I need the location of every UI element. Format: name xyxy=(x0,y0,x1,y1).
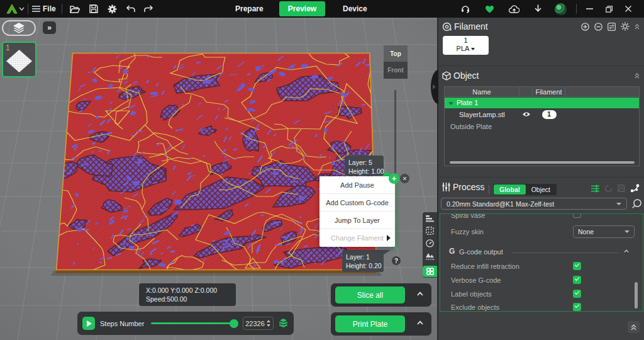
window-restore-button[interactable] xyxy=(602,0,616,18)
menu-hamburger-icon[interactable] xyxy=(32,6,40,12)
settings-vertical-scrollbar[interactable] xyxy=(635,282,638,309)
layer-slider-track[interactable] xyxy=(394,90,396,178)
exclude-objects-checkbox[interactable] xyxy=(573,303,581,311)
gcode-output-group-header[interactable]: G G-code output xyxy=(440,246,643,259)
submenu-arrow-icon xyxy=(387,235,391,241)
layer-context-menu: Add Pause Add Custom G-code Jump To Laye… xyxy=(319,176,395,247)
steps-value-input[interactable]: 22326 xyxy=(243,317,274,330)
tab-device[interactable]: Device xyxy=(343,4,367,13)
expand-plate-list-button[interactable]: » xyxy=(43,21,56,34)
process-settings-panel[interactable]: Spiral vase Fuzzy skin None G G-code out… xyxy=(440,213,643,312)
support-headset-icon[interactable] xyxy=(461,4,470,13)
lower-layer-label: Layer: 1 xyxy=(346,252,380,261)
label-objects-checkbox[interactable] xyxy=(573,290,581,298)
steps-slider-knob[interactable] xyxy=(230,319,238,328)
save-icon[interactable] xyxy=(89,4,98,13)
close-menu-button[interactable]: ✕ xyxy=(400,174,409,183)
favorites-heart-icon[interactable] xyxy=(485,5,494,13)
menu-item-change-filament-label: Change Filament xyxy=(331,234,384,242)
gcode-status-tooltip: X:0.000 Y:0.000 Z:0.000 Speed:500.00 xyxy=(139,283,236,306)
filament-slot-card[interactable]: 1 PLA xyxy=(443,36,489,55)
divider xyxy=(489,185,489,194)
filament-badge[interactable]: 1 xyxy=(542,110,557,119)
object-title: Object xyxy=(453,71,479,81)
parameter-table-icon[interactable] xyxy=(591,184,599,193)
open-file-icon[interactable] xyxy=(70,5,80,13)
steps-spinner[interactable] xyxy=(267,320,270,327)
add-filament-button[interactable] xyxy=(581,23,589,31)
window-minimize-button[interactable] xyxy=(582,0,596,18)
logo-dropdown-icon[interactable] xyxy=(19,7,25,11)
spin-up-icon xyxy=(267,320,270,322)
redo-icon[interactable] xyxy=(144,5,153,13)
lower-tooltip-beak xyxy=(379,250,391,259)
compare-flow-icon[interactable] xyxy=(630,184,640,193)
layers-view-pill-button[interactable] xyxy=(2,20,36,36)
settings-gear-icon[interactable] xyxy=(108,4,117,14)
panel-collapse-tab[interactable] xyxy=(431,70,438,104)
verbose-gcode-checkbox[interactable] xyxy=(573,276,581,284)
search-settings-icon[interactable] xyxy=(631,198,642,209)
table-horizontal-scrollbar[interactable] xyxy=(450,161,635,164)
layers-green-icon[interactable] xyxy=(279,319,288,328)
print-options-chevron[interactable] xyxy=(417,320,423,326)
menu-item-add-pause[interactable]: Add Pause xyxy=(319,176,395,194)
fuzzy-skin-label: Fuzzy skin xyxy=(451,228,484,235)
swap-filament-button[interactable] xyxy=(608,23,616,31)
cloud-upload-icon[interactable] xyxy=(509,5,519,13)
section-divider xyxy=(438,65,644,66)
tab-object[interactable]: Object xyxy=(526,184,556,195)
slice-button-group: Slice all xyxy=(331,283,431,307)
remove-filament-button[interactable] xyxy=(594,23,602,31)
scroll-to-top-button[interactable] xyxy=(628,321,640,333)
save-process-icon[interactable] xyxy=(618,184,625,192)
model-filament-cell: 1 xyxy=(533,110,565,119)
process-scope-tabs: Global Object xyxy=(493,184,557,195)
help-button[interactable]: ? xyxy=(392,256,401,265)
filament-settings-gear-icon[interactable] xyxy=(621,22,630,31)
random-seam-icon[interactable] xyxy=(426,227,434,235)
file-menu[interactable]: File xyxy=(43,4,56,13)
speed-gauge-icon[interactable] xyxy=(426,239,434,247)
menu-item-jump-to-layer[interactable]: Jump To Layer xyxy=(319,212,395,229)
collapse-arrow-icon xyxy=(433,84,436,89)
tab-preview[interactable]: Preview xyxy=(279,1,325,16)
menu-item-add-custom-gcode[interactable]: Add Custom G-code xyxy=(319,194,395,212)
slice-all-button[interactable]: Slice all xyxy=(335,286,405,303)
layer-stats-icon[interactable] xyxy=(426,215,434,222)
process-preset-select[interactable]: 0.20mm Standard@K1 Max-Zelf-test xyxy=(441,198,627,210)
window-close-button[interactable] xyxy=(621,0,635,18)
table-row-outside-plate[interactable]: Outside Plate xyxy=(445,121,639,132)
undo-icon[interactable] xyxy=(126,5,135,13)
download-icon[interactable] xyxy=(534,4,542,13)
mountain-preview-icon[interactable] xyxy=(425,252,435,260)
tab-prepare[interactable]: Prepare xyxy=(235,4,264,13)
object-collapse-icon[interactable] xyxy=(635,73,640,79)
table-row-plate[interactable]: Plate 1 xyxy=(445,98,639,108)
filament-section-header: Filament xyxy=(442,21,488,31)
user-avatar[interactable] xyxy=(555,3,567,15)
viewcube-top-face[interactable]: Top xyxy=(384,45,408,62)
plate-thumbnail[interactable]: 1 xyxy=(2,42,36,77)
print-plate-button[interactable]: Print Plate xyxy=(335,315,405,332)
group-collapse-chevron[interactable] xyxy=(624,249,629,254)
reset-process-icon[interactable] xyxy=(604,184,613,193)
app-logo[interactable] xyxy=(6,4,18,14)
slice-options-chevron[interactable] xyxy=(417,291,423,297)
side-panel: Filament 1 PLA Object Name Filament xyxy=(437,18,644,340)
row-expand-icon[interactable] xyxy=(448,102,453,105)
add-pause-handle-button[interactable]: + xyxy=(389,173,399,184)
steps-slider[interactable] xyxy=(151,322,234,324)
tab-global[interactable]: Global xyxy=(494,184,526,195)
preview-panels-toggle-button[interactable] xyxy=(423,266,437,277)
3d-viewport[interactable]: » 1 Top Front Layer: 5 Height: 1.00 Add … xyxy=(0,18,437,340)
status-speed: Speed:500.00 xyxy=(146,295,236,303)
fuzzy-skin-select[interactable]: None xyxy=(573,225,635,238)
filament-collapse-icon[interactable] xyxy=(635,24,640,30)
visibility-eye-icon[interactable] xyxy=(519,111,533,117)
table-row-model[interactable]: SlayerLamp.stl 1 xyxy=(445,108,639,121)
spiral-vase-checkbox[interactable] xyxy=(573,213,581,218)
viewcube-front-face[interactable]: Front xyxy=(384,62,408,79)
play-button[interactable] xyxy=(82,317,95,330)
reduce-infill-retraction-checkbox[interactable] xyxy=(573,262,581,270)
